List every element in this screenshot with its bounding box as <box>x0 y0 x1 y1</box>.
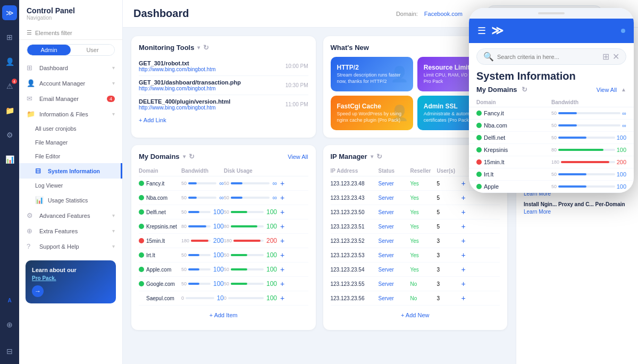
monitoring-refresh-icon[interactable]: ↻ <box>203 44 209 52</box>
monitoring-url[interactable]: http://www.bing.com/bingbot.htm <box>139 105 286 111</box>
domain-add-btn[interactable]: + <box>277 251 288 259</box>
ip-add-btn[interactable]: + <box>458 193 469 202</box>
status-dot <box>139 181 144 186</box>
sidebar-icon-admin[interactable]: A <box>2 293 17 308</box>
ip-users: 3 <box>437 238 458 244</box>
sidebar-icon-bottom[interactable]: ⊟ <box>2 344 17 359</box>
mobile-bw-fill <box>558 112 577 114</box>
disk-progress <box>231 211 264 213</box>
tab-user[interactable]: User <box>71 45 114 55</box>
mobile-bw-cell: 50 ∞ <box>551 110 626 116</box>
ip-add-btn[interactable]: + <box>458 236 469 245</box>
domain-add-btn[interactable]: + <box>277 193 288 202</box>
disk-cell: 50 100 <box>224 208 277 216</box>
mobile-domain-row: Delfi.net 50 100 <box>469 132 634 144</box>
promo-cta[interactable]: → <box>32 285 44 297</box>
promo-title: Learn about our <box>32 267 110 273</box>
mobile-domains-header: My Domains ↻ View All ▲ <box>469 86 634 98</box>
advanced-arrow: ▾ <box>112 213 115 218</box>
elements-filter[interactable]: ☰ Elements filter <box>19 26 122 40</box>
sidebar-icon-gear[interactable]: ⚙ <box>2 128 17 142</box>
nav-log-viewer[interactable]: Log Viewer <box>19 179 122 192</box>
monitoring-header: Monitoring Tools ▾ ↻ <box>139 44 308 52</box>
domain-add-btn[interactable]: + <box>277 265 288 274</box>
nav-file-editor[interactable]: File Editor <box>19 149 122 163</box>
tip-2-link[interactable]: Learn More <box>524 209 551 215</box>
mobile-domain-row: Irt.lt 50 100 <box>469 168 634 181</box>
ip-add-btn[interactable]: + <box>458 251 469 259</box>
domain-add-btn[interactable]: + <box>277 236 288 245</box>
domain-add-btn[interactable]: + <box>277 208 288 216</box>
bw-progress <box>188 211 211 213</box>
mobile-status-dot <box>621 29 625 33</box>
mobile-search-input[interactable] <box>497 54 599 60</box>
domains-view-all[interactable]: View All <box>288 154 308 160</box>
domain-name: Fancy.it <box>139 181 181 187</box>
mobile-status-dot <box>476 135 482 140</box>
ip-add-btn[interactable]: + <box>458 294 469 302</box>
ip-add-btn[interactable]: + <box>458 179 469 188</box>
nav-support-help[interactable]: ? Support & Help ▾ <box>19 239 122 254</box>
mobile-view-all[interactable]: View All <box>597 87 617 93</box>
nav-account-manager[interactable]: 👤 Account Manager ▾ <box>19 75 122 91</box>
nav-extra-features[interactable]: ⊕ Extra Features ▾ <box>19 223 122 239</box>
nav-email-manager[interactable]: ✉ Email Manager 4 <box>19 91 122 106</box>
news-card[interactable]: HTTP/2 Stream description runs faster no… <box>331 57 413 91</box>
nav-cronjobs[interactable]: All user cronjobs <box>19 122 122 136</box>
disk-max: 100 <box>266 266 277 273</box>
mobile-bw-max: 100 <box>617 134 626 141</box>
sidebar-icon-folder[interactable]: 📁 <box>2 103 17 118</box>
sidebar-icon-plus[interactable]: ⊕ <box>2 317 17 332</box>
disk-progress <box>231 182 270 184</box>
nav-file-manager[interactable]: File Manager <box>19 136 122 149</box>
ip-add-btn[interactable]: + <box>458 280 469 288</box>
nav-advanced-features[interactable]: ⚙ Advanced Features ▾ <box>19 208 122 223</box>
domain-add-btn[interactable]: + <box>277 280 288 288</box>
domains-refresh-icon[interactable]: ↻ <box>189 153 195 160</box>
mobile-settings-icon[interactable]: ✕ <box>612 52 619 62</box>
tab-admin[interactable]: Admin <box>27 45 71 55</box>
mobile-domains-refresh[interactable]: ↻ <box>522 86 527 94</box>
ip-row: 123.123.23.55 Server No 3 + <box>331 277 500 291</box>
ip-status: Server <box>379 209 410 215</box>
sidebar-icon-grid[interactable]: ⊞ <box>2 30 17 45</box>
disk-cell: 50 ∞ <box>224 194 277 201</box>
mobile-status-dot <box>476 172 482 177</box>
monitoring-url[interactable]: http://www.bing.com/bingbot.htm <box>139 86 286 91</box>
nav-usage-stats[interactable]: 📊 Usage Statistics <box>19 192 122 208</box>
monitoring-url[interactable]: http://www.bing.com/bingbot.htm <box>139 66 286 72</box>
domain-add-btn[interactable]: + <box>277 179 288 188</box>
sidebar-icon-chart[interactable]: 📊 <box>2 152 17 167</box>
nav-system-info[interactable]: ⊟ System Information <box>19 163 122 179</box>
domain-add-btn[interactable]: + <box>277 222 288 231</box>
ip-refresh-icon[interactable]: ↻ <box>376 153 382 160</box>
bandwidth-cell: 80 100 <box>181 223 224 230</box>
add-ip-button[interactable]: + Add New <box>331 308 500 323</box>
monitoring-list-item: GET_301/dashboard/transaction.php http:/… <box>139 76 308 95</box>
ip-add-btn[interactable]: + <box>458 265 469 274</box>
news-card[interactable]: FastCgi Cache Speed up WordPress by usin… <box>331 96 413 130</box>
promo-link[interactable]: Pro Pack. <box>32 275 56 281</box>
account-arrow: ▾ <box>112 80 115 86</box>
nav-info-files[interactable]: 📁 Information & Files ▾ <box>19 106 122 122</box>
promo-box[interactable]: Learn about our Pro Pack. → <box>26 260 116 303</box>
ip-add-btn[interactable]: + <box>458 222 469 231</box>
sidebar-icon-arrow[interactable]: ≫ <box>2 5 17 20</box>
mobile-domains-actions: View All ▲ <box>597 87 626 93</box>
sidebar-icon-alert[interactable]: ⚠ 4 <box>2 79 17 94</box>
disk-max: 100 <box>266 208 277 216</box>
add-domain-button[interactable]: + Add Item <box>139 308 308 323</box>
mobile-table-header: Domain Bandwidth <box>469 98 634 107</box>
account-icon: 👤 <box>27 79 35 87</box>
status-dot <box>139 224 144 229</box>
add-link-button[interactable]: + Add Link <box>139 117 308 123</box>
domain-row: 15min.lt 180 200 180 200 + <box>139 234 308 248</box>
sidebar-icon-user[interactable]: 👤 <box>2 54 17 69</box>
ip-add-btn[interactable]: + <box>458 208 469 216</box>
nav-dashboard[interactable]: ⊞ Dashboard ▾ <box>19 60 122 75</box>
domain-add-btn[interactable]: + <box>277 294 288 302</box>
mobile-filter-icon[interactable]: ⊞ <box>602 52 609 62</box>
domain-value[interactable]: Facebook.com <box>424 11 463 17</box>
mobile-bw-cell: 50 100 <box>551 171 626 177</box>
mobile-menu-icon[interactable]: ☰ <box>477 25 486 37</box>
